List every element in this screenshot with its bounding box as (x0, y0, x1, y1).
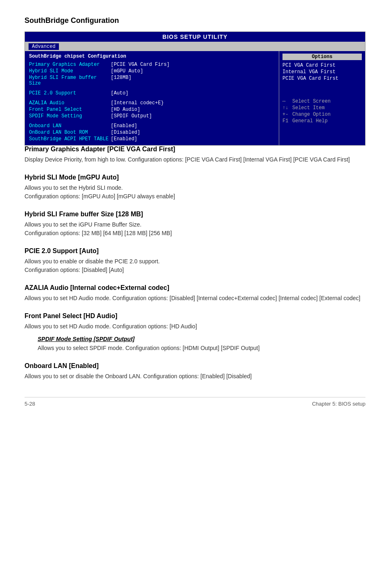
bios-rows-group1: Primary Graphics Adapter [PCIE VGA Card … (29, 62, 275, 86)
bios-tab-bar: Advanced (25, 42, 365, 51)
bios-label-frame-buffer: Hybrid SLI Frame buffer Size (29, 75, 111, 86)
section-hybrid-sli-mode: Hybrid SLI Mode [mGPU Auto] Allows you t… (25, 174, 365, 201)
section-azalia-audio-heading: AZALIA Audio [Internal codec+External co… (25, 284, 365, 292)
section-azalia-audio: AZALIA Audio [Internal codec+External co… (25, 284, 365, 303)
section-front-panel-heading: Front Panel Select [HD Audio] (25, 312, 365, 320)
bios-row-acpi: SouthBridge ACPI HPET TABLE [Enabled] (29, 136, 275, 142)
bios-option-internal: Internal VGA First (282, 69, 362, 75)
bios-label-hybrid-sli: Hybrid SLI Mode (29, 68, 111, 74)
bios-value-hybrid-sli: [mGPU Auto] (111, 68, 143, 74)
bios-key-f1: F1 (282, 118, 292, 124)
bios-rows-group3: AZALIA Audio [Internal codec+E} Front Pa… (29, 100, 275, 119)
footer-page-number: 5-28 (25, 401, 35, 407)
section-azalia-audio-text: Allows you to set HD Audio mode. Configu… (25, 294, 365, 303)
section-primary-graphics-heading: Primary Graphics Adapter [PCIE VGA Card … (25, 146, 365, 153)
section-onboard-lan-heading: Onboard LAN [Enabled] (25, 362, 365, 370)
bios-value-frame-buffer: [128MB] (111, 75, 131, 86)
section-spdif-heading: SPDIF Mode Setting [SPDIF Output] (38, 336, 365, 342)
bios-label-front-panel: Front Panel Select (29, 107, 111, 112)
page-footer: 5-28 Chapter 5: BIOS setup (25, 397, 365, 407)
bios-value-front-panel: [HD Audio] (111, 107, 140, 112)
section-onboard-lan-text: Allows you to set or disable the Onboard… (25, 372, 365, 381)
bios-rows-group2: PCIE 2.0 Support [Auto] (29, 90, 275, 96)
bios-nav-change-option: +- Change Option (282, 112, 362, 117)
bios-value-spdif: [SPDIF Output] (111, 113, 152, 119)
bios-desc-general-help: General Help (292, 118, 327, 124)
section-primary-graphics: Primary Graphics Adapter [PCIE VGA Card … (25, 146, 365, 164)
section-primary-graphics-text: Display Device Priority, from high to lo… (25, 155, 365, 164)
section-front-panel: Front Panel Select [HD Audio] Allows you… (25, 312, 365, 352)
section-hybrid-sli-mode-heading: Hybrid SLI Mode [mGPU Auto] (25, 174, 365, 181)
bios-desc-change-option: Change Option (292, 112, 331, 117)
section-hybrid-sli-mode-text: Allows you to set the Hybrid SLI mode.Co… (25, 184, 365, 201)
bios-label-acpi: SouthBridge ACPI HPET TABLE (29, 136, 111, 142)
bios-screenshot: BIOS SETUP UTILITY Advanced SouthBridge … (25, 31, 365, 146)
section-hybrid-sli-frame: Hybrid SLI Frame buffer Size [128 MB] Al… (25, 211, 365, 238)
bios-label-primary: Primary Graphics Adapter (29, 62, 111, 67)
footer-chapter: Chapter 5: BIOS setup (312, 401, 365, 407)
section-front-panel-text: Allows you to set HD Audio mode. Configu… (25, 322, 365, 331)
bios-value-azalia: [Internal codec+E} (111, 100, 164, 106)
bios-row-primary-graphics: Primary Graphics Adapter [PCIE VGA Card … (29, 62, 275, 67)
bios-key-updown: ↑↓ (282, 105, 292, 111)
bios-nav-general-help: F1 General Help (282, 118, 362, 124)
bios-value-primary: [PCIE VGA Card Firs] (111, 62, 170, 67)
bios-key-arrows: ↔ (282, 99, 292, 104)
bios-row-pcie: PCIE 2.0 Support [Auto] (29, 90, 275, 96)
bios-option-pcie: PCIE VGA Card First (282, 76, 362, 81)
bios-header: BIOS SETUP UTILITY (25, 32, 365, 42)
bios-options-panel: Options PCI VGA Card First Internal VGA … (279, 51, 365, 145)
bios-main-panel: SouthBridge chipset Configuration Primar… (25, 51, 279, 145)
bios-chipset-title: SouthBridge chipset Configuration (29, 54, 275, 59)
bios-value-pcie: [Auto] (111, 90, 128, 96)
bios-row-frame-buffer: Hybrid SLI Frame buffer Size [128MB] (29, 75, 275, 86)
bios-label-lan-boot: OnBoard LAN Boot ROM (29, 130, 111, 135)
bios-label-spdif: SPDIF Mode Setting (29, 113, 111, 119)
bios-row-lan-boot: OnBoard LAN Boot ROM [Disabled] (29, 130, 275, 135)
bios-tab-advanced: Advanced (28, 43, 59, 50)
bios-desc-select-item: Select Item (292, 105, 325, 111)
bios-label-pcie: PCIE 2.0 Support (29, 90, 111, 96)
bios-value-acpi: [Enabled] (111, 136, 137, 142)
bios-nav-select-item: ↑↓ Select Item (282, 105, 362, 111)
bios-key-plusminus: +- (282, 112, 292, 117)
bios-row-spdif: SPDIF Mode Setting [SPDIF Output] (29, 113, 275, 119)
section-hybrid-sli-frame-text: Allows you to set the iGPU Frame Buffer … (25, 220, 365, 238)
bios-value-onboard-lan: [Enabled] (111, 123, 137, 129)
bios-value-lan-boot: [Disabled] (111, 130, 140, 135)
bios-nav: ↔ Select Screen ↑↓ Select Item +- Change… (282, 99, 362, 124)
bios-nav-select-screen: ↔ Select Screen (282, 99, 362, 104)
bios-row-hybrid-sli: Hybrid SLI Mode [mGPU Auto] (29, 68, 275, 74)
doc-sections: Primary Graphics Adapter [PCIE VGA Card … (25, 146, 365, 381)
section-pcie-support: PCIE 2.0 Support [Auto] Allows you to en… (25, 247, 365, 274)
bios-rows-group4: Onboard LAN [Enabled] OnBoard LAN Boot R… (29, 123, 275, 142)
bios-label-onboard-lan: Onboard LAN (29, 123, 111, 129)
section-spdif-text: Allows you to select SPDIF mode. Configu… (38, 344, 365, 352)
bios-options-title: Options (282, 54, 362, 60)
bios-label-azalia: AZALIA Audio (29, 100, 111, 106)
bios-option-pci: PCI VGA Card First (282, 63, 362, 68)
bios-row-onboard-lan: Onboard LAN [Enabled] (29, 123, 275, 129)
bios-desc-select-screen: Select Screen (292, 99, 331, 104)
section-onboard-lan: Onboard LAN [Enabled] Allows you to set … (25, 362, 365, 381)
section-pcie-support-heading: PCIE 2.0 Support [Auto] (25, 247, 365, 255)
bios-row-front-panel: Front Panel Select [HD Audio] (29, 107, 275, 112)
section-spdif-sub: SPDIF Mode Setting [SPDIF Output] Allows… (38, 336, 365, 352)
section-hybrid-sli-frame-heading: Hybrid SLI Frame buffer Size [128 MB] (25, 211, 365, 218)
section-pcie-support-text: Allows you to enable or disable the PCIE… (25, 257, 365, 274)
page-title: SouthBridge Configuration (25, 16, 365, 25)
bios-row-azalia: AZALIA Audio [Internal codec+E} (29, 100, 275, 106)
